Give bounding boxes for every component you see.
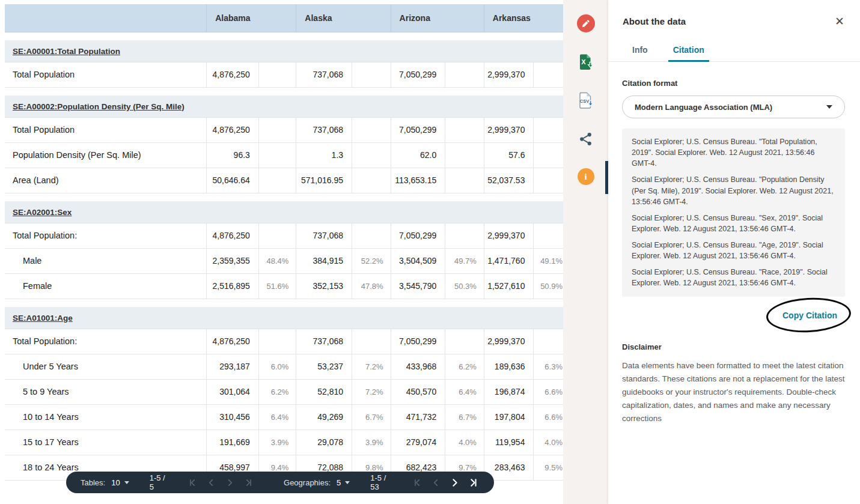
citation-item: Social Explorer; U.S. Census Bureau. "To… [632,136,835,169]
cell-percent: 6.2% [258,379,296,404]
section-gap [5,87,563,96]
cell-percent [352,223,391,248]
cell-percent: 6.7% [445,404,484,430]
citation-format-label: Citation format [622,79,845,88]
cell-value: 2,999,370 [484,62,534,87]
column-header-arkansas[interactable]: Arkansas [484,4,563,32]
cell-value: 4,876,250 [207,329,259,354]
cell-value: 7,050,299 [391,62,445,87]
cell-percent: 6.6% [534,404,563,430]
tables-page-size-value: 10 [111,478,120,487]
section-gap [5,193,563,201]
cell-percent: 6.3% [534,354,563,379]
cell-percent: 6.4% [258,404,296,430]
cell-percent [445,168,484,193]
column-header-arizona[interactable]: Arizona [391,4,484,32]
section-gap [5,299,563,307]
section-header-row: SE:A02001:Sex [5,201,563,223]
row-label: Male [5,248,207,273]
cell-percent [258,168,296,193]
cell-value: 7,050,299 [391,223,445,248]
row-label: Total Population [5,117,207,142]
section-title-link[interactable]: SE:A02001:Sex [13,208,72,217]
cell-value: 50,646.64 [207,168,259,193]
cell-value: 310,456 [207,404,259,430]
cell-percent [534,62,563,87]
cell-percent: 6.2% [445,354,484,379]
tables-first-page-button[interactable] [186,476,199,489]
share-button[interactable] [577,130,595,148]
cell-value: 53,237 [296,354,352,379]
panel-tabs: Info Citation [608,40,860,62]
cell-value: 471,732 [391,404,445,430]
tab-citation[interactable]: Citation [668,40,709,62]
geographies-nav [410,476,480,489]
section-title-link[interactable]: SE:A01001:Age [13,314,73,323]
geographies-first-page-button[interactable] [410,476,424,489]
cell-value: 197,804 [484,404,534,430]
citation-format-select[interactable]: Modern Language Association (MLA) [622,96,845,118]
cell-percent [258,223,296,248]
tables-page-size-select[interactable]: 10 [111,478,129,487]
cell-value: 96.3 [207,142,259,168]
column-header-alabama[interactable]: Alabama [207,4,296,32]
export-csv-button[interactable]: CSV [577,91,595,109]
row-label: Female [5,273,207,299]
geographies-last-page-button[interactable] [466,476,480,489]
cell-percent [534,329,563,354]
tables-next-page-button[interactable] [223,476,236,489]
close-icon[interactable]: ✕ [835,16,844,27]
section-title-link[interactable]: SE:A00001:Total Population [13,47,120,56]
cell-value: 1,471,760 [484,248,534,273]
copy-citation-button[interactable]: Copy Citation [782,311,837,320]
geographies-prev-page-button[interactable] [429,476,442,489]
cell-value: 737,068 [296,329,352,354]
export-excel-button[interactable]: X [577,53,595,71]
table-row: Female2,516,89551.6%352,15347.8%3,545,79… [5,273,563,299]
table-row: Under 5 Years293,1876.0%53,2377.2%433,96… [5,354,563,379]
cell-value: 7,050,299 [391,329,445,354]
citation-item: Social Explorer; U.S. Census Bureau. "Ag… [632,240,835,261]
table-row: 10 to 14 Years310,4566.4%49,2696.7%471,7… [5,404,563,430]
tab-info[interactable]: Info [627,40,653,61]
panel-title: About the data [623,16,686,26]
cell-value: 737,068 [296,62,352,87]
column-header-alaska[interactable]: Alaska [296,4,391,32]
citation-item: Social Explorer; U.S. Census Bureau. "Ra… [632,267,835,288]
cell-value: 737,068 [296,117,352,142]
chevron-down-icon [345,481,350,484]
cell-percent [258,62,296,87]
edit-tool-button[interactable] [577,14,595,32]
cell-value: 29,078 [296,430,352,455]
cell-percent: 47.8% [352,273,391,299]
cell-percent [445,223,484,248]
cell-percent [445,117,484,142]
disclaimer-text: Data elements have been formatted to mee… [622,359,845,425]
cell-value: 293,187 [207,354,259,379]
cell-value: 2,359,355 [207,248,259,273]
cell-percent: 49.7% [445,248,484,273]
table-row: Total Population:4,876,250737,0687,050,2… [5,223,563,248]
pencil-icon [581,19,590,28]
cell-value: 2,999,370 [484,117,534,142]
tables-prev-page-button[interactable] [204,476,218,489]
geographies-next-page-button[interactable] [448,476,461,489]
tables-last-page-button[interactable] [242,476,255,489]
cell-value: 189,636 [484,354,534,379]
cell-value: 4,876,250 [207,62,259,87]
cell-value: 52,037.53 [484,168,534,193]
csv-download-icon: CSV [577,91,595,109]
cell-percent [534,142,563,168]
section-header-row: SE:A00001:Total Population [5,40,563,62]
info-button[interactable]: i [578,168,594,185]
citation-item: Social Explorer; U.S. Census Bureau. "Se… [632,213,835,234]
cell-percent: 52.2% [352,248,391,273]
cell-value: 62.0 [391,142,445,168]
cell-value: 4,876,250 [207,117,259,142]
section-title-link[interactable]: SE:A00002:Population Density (Per Sq. Mi… [13,102,185,111]
cell-percent: 50.3% [445,273,484,299]
cell-percent: 6.0% [258,354,296,379]
side-toolbar: X CSV i [563,0,608,504]
geographies-page-size-select[interactable]: 5 [337,478,350,487]
cell-value: 3,504,509 [391,248,445,273]
